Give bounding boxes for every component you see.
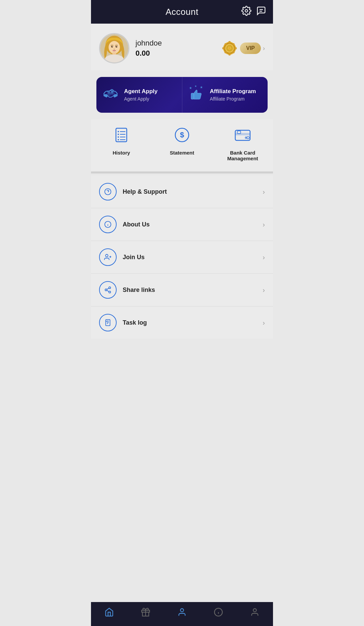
svg-point-0 [245, 9, 248, 12]
profile-left: johndoe 0.00 [99, 33, 162, 63]
svg-point-20 [233, 51, 235, 53]
svg-text:$: $ [180, 131, 184, 139]
share-arrow-icon: › [263, 286, 265, 294]
svg-point-8 [111, 46, 113, 48]
history-icon [113, 126, 130, 145]
svg-point-34 [118, 136, 119, 138]
affiliate-title: Affiliate Program [210, 88, 256, 95]
svg-point-10 [112, 46, 113, 47]
info-icon [99, 216, 117, 233]
statement-button[interactable]: $ Statement [152, 126, 212, 156]
svg-point-44 [247, 137, 249, 139]
agent-apply-title: Agent Apply [124, 88, 157, 95]
svg-point-30 [118, 131, 119, 132]
about-us-item[interactable]: About Us › [91, 208, 273, 241]
svg-point-5 [109, 41, 120, 54]
account-nav-icon [177, 607, 187, 619]
task-log-label: Task log [123, 319, 256, 326]
gift-nav-icon [141, 607, 150, 619]
svg-point-36 [118, 139, 119, 140]
task-arrow-icon: › [263, 319, 265, 327]
about-us-label: About Us [123, 221, 256, 228]
nav-home[interactable] [99, 606, 119, 621]
quick-actions: History $ Statement Bank Card Managem [91, 119, 273, 173]
svg-text:★: ★ [194, 85, 197, 88]
nav-gift[interactable] [135, 606, 156, 621]
history-button[interactable]: History [91, 126, 152, 156]
username: johndoe [135, 39, 162, 48]
vip-badge[interactable]: VIP › [221, 40, 265, 57]
svg-line-56 [107, 290, 109, 292]
header-icons [241, 6, 266, 18]
affiliate-subtitle: Affiliate Program [210, 96, 256, 102]
svg-point-55 [109, 291, 111, 293]
svg-text:★: ★ [200, 85, 203, 89]
svg-point-53 [109, 287, 111, 289]
help-support-label: Help & Support [123, 188, 256, 195]
join-icon [99, 248, 117, 266]
svg-point-14 [229, 53, 231, 56]
svg-point-32 [118, 134, 119, 135]
vip-arrow-icon: › [263, 45, 265, 52]
join-us-label: Join Us [123, 254, 256, 261]
about-arrow-icon: › [263, 221, 265, 228]
vip-label: VIP [246, 45, 255, 51]
svg-point-68 [253, 609, 256, 612]
nav-person[interactable] [245, 606, 265, 621]
bank-card-label: Bank Card Management [227, 150, 258, 161]
menu-list: Help & Support › About Us › Join Us › [91, 175, 273, 339]
bottom-navigation [91, 602, 273, 626]
statement-icon: $ [173, 126, 191, 145]
svg-rect-28 [191, 93, 194, 99]
balance: 0.00 [135, 49, 162, 58]
profile-section: johndoe 0.00 VIP › [91, 24, 273, 70]
help-arrow-icon: › [263, 188, 265, 196]
thumbsup-icon: ★ ★ ★ [188, 84, 205, 105]
handshake-icon [102, 84, 119, 105]
help-support-item[interactable]: Help & Support › [91, 175, 273, 208]
vip-pill[interactable]: VIP [240, 43, 261, 54]
share-links-label: Share links [123, 287, 256, 294]
avatar[interactable] [99, 33, 129, 63]
task-log-item[interactable]: Task log › [91, 306, 273, 339]
agent-apply-button[interactable]: Agent Apply Agent Apply [96, 77, 182, 113]
chat-icon[interactable] [256, 6, 266, 18]
help-icon [99, 183, 117, 200]
svg-point-9 [116, 46, 118, 48]
svg-line-57 [107, 288, 109, 290]
affiliate-program-button[interactable]: ★ ★ ★ Affiliate Program Affiliate Progra… [182, 77, 268, 113]
svg-point-64 [180, 609, 183, 612]
share-icon [99, 281, 117, 299]
svg-point-19 [224, 51, 226, 53]
promo-banner: Agent Apply Agent Apply ★ ★ ★ Affiliate … [96, 77, 268, 113]
nav-account[interactable] [172, 606, 192, 621]
statement-label: Statement [170, 150, 194, 156]
home-nav-icon [104, 607, 114, 619]
join-us-item[interactable]: Join Us › [91, 241, 273, 274]
profile-info: johndoe 0.00 [135, 39, 162, 58]
join-arrow-icon: › [263, 253, 265, 261]
svg-point-13 [229, 41, 231, 44]
svg-point-17 [224, 43, 226, 45]
task-icon [99, 314, 117, 331]
svg-text:★: ★ [189, 86, 192, 90]
share-links-item[interactable]: Share links › [91, 274, 273, 306]
person-nav-icon [250, 607, 260, 619]
bank-card-button[interactable]: Bank Card Management [212, 126, 273, 161]
page-title: Account [165, 7, 198, 17]
header: Account [91, 0, 273, 24]
bank-card-icon [234, 126, 251, 145]
svg-point-54 [105, 289, 107, 291]
info-nav-icon [214, 607, 223, 619]
agent-apply-subtitle: Agent Apply [124, 96, 157, 102]
svg-point-15 [222, 47, 225, 50]
history-label: History [113, 150, 130, 156]
affiliate-program-text: Affiliate Program Affiliate Program [210, 88, 256, 102]
svg-point-16 [235, 47, 237, 50]
svg-point-11 [117, 46, 117, 47]
svg-point-18 [233, 43, 235, 45]
svg-point-50 [105, 254, 108, 257]
agent-apply-text: Agent Apply Agent Apply [124, 88, 157, 102]
nav-info[interactable] [208, 606, 229, 621]
settings-icon[interactable] [241, 6, 251, 18]
